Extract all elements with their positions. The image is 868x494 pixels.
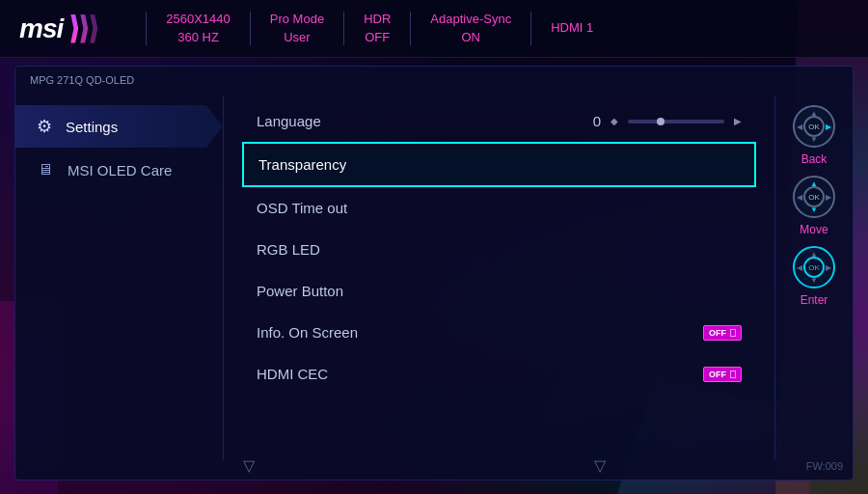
divider-1 xyxy=(146,12,147,45)
rgb-led-label: RGB LED xyxy=(257,241,320,258)
move-label: Move xyxy=(800,223,827,236)
back-label: Back xyxy=(801,152,827,166)
resolution-item: 2560X1440 360 HZ xyxy=(166,11,231,45)
firmware-version: FW:009 xyxy=(806,460,843,472)
divider-5 xyxy=(530,12,531,45)
power-button-label: Power Button xyxy=(257,283,343,299)
menu-item-transparency[interactable]: Transparency xyxy=(242,142,756,187)
hdr-value: OFF xyxy=(364,29,391,46)
sidebar: Settings MSI OLED Care xyxy=(15,96,223,460)
dpad-arrow-right: ▶ xyxy=(826,123,831,131)
sidebar-oled-label: MSI OLED Care xyxy=(68,162,172,178)
off-badge-box xyxy=(730,329,736,337)
language-control: 0 ◆ ▶ xyxy=(593,113,742,129)
menu-item-osd-timeout[interactable]: OSD Time out xyxy=(242,187,756,229)
osd-timeout-label: OSD Time out xyxy=(257,200,347,216)
slider-dot-left: ◆ xyxy=(610,116,618,126)
move-dpad: ▲ ▼ ◀ ▶ OK xyxy=(793,176,835,218)
dpad-arrow-left: ◀ xyxy=(797,123,802,131)
bottom-arrow-right: ▽ xyxy=(594,456,606,475)
chevron-2 xyxy=(80,14,88,43)
sync-label: Adaptive-Sync xyxy=(430,11,511,28)
move-dpad-arrow-right: ▶ xyxy=(826,193,831,202)
divider-4 xyxy=(410,12,411,45)
divider-2 xyxy=(250,12,251,45)
msi-logo: msi xyxy=(19,14,63,44)
mode-item: Pro Mode User xyxy=(270,11,324,45)
menu-item-rgb-led[interactable]: RGB LED xyxy=(242,229,756,270)
sidebar-item-oled-care[interactable]: MSI OLED Care xyxy=(15,148,223,192)
menu-item-power-button[interactable]: Power Button xyxy=(242,270,756,312)
enter-button[interactable]: ▲ ▼ ◀ ▶ OK Enter xyxy=(793,246,835,307)
off-badge-box-2 xyxy=(730,370,736,378)
dpad-arrow-down: ▼ xyxy=(810,135,818,144)
enter-dpad-arrow-up: ▲ xyxy=(810,250,818,259)
sidebar-settings-label: Settings xyxy=(66,119,118,135)
menu-item-language[interactable]: Language 0 ◆ ▶ xyxy=(242,100,756,142)
main-content: Language 0 ◆ ▶ Transparency OSD Time out… xyxy=(223,96,775,460)
sync-value: ON xyxy=(430,29,511,46)
hdr-item: HDR OFF xyxy=(364,11,391,45)
move-dpad-arrow-up: ▲ xyxy=(810,179,818,188)
slider-indicator xyxy=(657,118,665,125)
menu-item-hdmi-cec[interactable]: HDMI CEC OFF xyxy=(242,353,756,395)
back-dpad-arrows: ▲ ▼ ◀ ▶ xyxy=(795,107,833,146)
bottom-arrows: ▽ ▽ xyxy=(15,456,853,475)
dpad-arrow-up: ▲ xyxy=(810,109,818,118)
divider-3 xyxy=(343,12,344,45)
move-dpad-arrow-down: ▼ xyxy=(810,206,818,214)
transparency-label: Transparency xyxy=(258,156,346,173)
language-label: Language xyxy=(257,113,321,129)
logo-area: msi xyxy=(19,14,97,44)
sync-item: Adaptive-Sync ON xyxy=(430,11,511,45)
hdmi-cec-label: HDMI CEC xyxy=(257,366,328,382)
enter-label: Enter xyxy=(800,293,828,307)
chevron-1 xyxy=(70,14,78,43)
enter-dpad-arrows: ▲ ▼ ◀ ▶ xyxy=(795,248,833,287)
move-dpad-arrow-left: ◀ xyxy=(797,193,802,202)
hdr-label: HDR xyxy=(364,11,391,28)
monitor-icon xyxy=(35,159,56,180)
enter-dpad-arrow-right: ▶ xyxy=(826,263,831,272)
back-dpad: ▲ ▼ ◀ ▶ OK xyxy=(793,105,835,148)
info-on-screen-badge: OFF xyxy=(703,325,742,341)
mode-value: User xyxy=(270,29,324,46)
enter-dpad: ▲ ▼ ◀ ▶ OK xyxy=(793,246,835,288)
sidebar-item-settings[interactable]: Settings xyxy=(15,105,223,148)
gear-icon xyxy=(35,117,54,136)
input-value: HDMI 1 xyxy=(551,19,593,37)
menu-item-info-on-screen[interactable]: Info. On Screen OFF xyxy=(242,312,756,353)
hdmi-cec-badge: OFF xyxy=(703,367,742,382)
slider-dot-right: ▶ xyxy=(734,116,742,126)
enter-dpad-arrow-down: ▼ xyxy=(810,276,818,285)
move-dpad-arrows: ▲ ▼ ◀ ▶ xyxy=(795,178,833,216)
logo-chevrons xyxy=(70,14,97,43)
osd-container: MPG 271Q QD-OLED Settings MSI OLED Care … xyxy=(14,66,854,480)
input-item: HDMI 1 xyxy=(551,19,593,37)
back-button[interactable]: ▲ ▼ ◀ ▶ OK Back xyxy=(793,105,835,166)
language-slider[interactable] xyxy=(628,120,724,124)
enter-dpad-arrow-left: ◀ xyxy=(797,263,802,272)
header-bar: msi 2560X1440 360 HZ Pro Mode User HDR O… xyxy=(0,0,868,58)
chevron-3 xyxy=(90,14,97,43)
info-on-screen-label: Info. On Screen xyxy=(257,324,358,341)
bottom-arrow-left: ▽ xyxy=(243,456,255,475)
refresh-value: 360 HZ xyxy=(166,29,231,46)
move-button[interactable]: ▲ ▼ ◀ ▶ OK Move xyxy=(793,176,835,236)
language-value: 0 xyxy=(593,113,601,129)
resolution-value: 2560X1440 xyxy=(166,11,231,28)
right-controls: ▲ ▼ ◀ ▶ OK Back ▲ ▼ ◀ ▶ OK Move xyxy=(780,96,848,307)
mode-label: Pro Mode xyxy=(270,11,324,28)
monitor-model: MPG 271Q QD-OLED xyxy=(30,74,134,86)
